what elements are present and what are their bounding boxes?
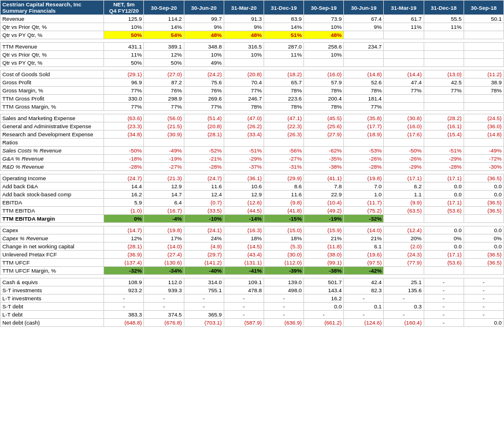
table-cell: 14% (264, 23, 303, 31)
table-cell: -28% (104, 163, 144, 171)
table-cell: 10.6 (224, 183, 264, 191)
table-cell: - (384, 295, 424, 303)
row-label: L-T debt (1, 311, 104, 319)
table-cell (384, 51, 424, 59)
table-cell: (12.4) (384, 226, 424, 234)
table-cell: (47.0) (224, 114, 264, 122)
table-cell: 42.4 (344, 278, 384, 286)
table-cell: 50.1 (464, 15, 503, 23)
row-label: TTM Revenue (1, 43, 104, 51)
table-cell: 11.6 (184, 183, 224, 191)
table-cell: (75.2) (344, 207, 384, 215)
table-cell: - (424, 303, 464, 311)
table-cell (304, 59, 344, 67)
table-cell: 22.9 (304, 191, 344, 199)
table-cell: 77% (424, 87, 464, 95)
table-cell: (27.0) (144, 70, 184, 79)
table-cell: 21% (344, 234, 384, 243)
table-cell: (11.8) (304, 243, 344, 251)
row-label: Revenue (1, 15, 104, 23)
table-cell: 5.9 (104, 199, 144, 207)
row-label: Ratios (1, 139, 104, 147)
table-cell: 0.3 (384, 303, 424, 311)
table-cell (464, 267, 503, 275)
table-cell: 77% (344, 103, 384, 111)
table-cell: -27% (264, 155, 303, 163)
table-cell: (53.6) (424, 207, 464, 215)
col-dec-18: 31-Dec-18 (424, 1, 464, 15)
row-label: TTM UFCF Margin, % (1, 267, 104, 275)
table-cell (104, 139, 144, 147)
table-cell: (14.8) (344, 70, 384, 79)
table-cell: 0% (424, 234, 464, 243)
table-cell: (19.8) (144, 226, 184, 234)
table-cell: 10% (304, 51, 344, 59)
table-cell: 78% (304, 87, 344, 95)
col-mar-20: 31-Mar-20 (224, 1, 264, 15)
row-label: General and Administrative Expense (1, 122, 104, 131)
table-cell: 87.2 (144, 79, 184, 87)
table-cell: 14% (144, 23, 184, 31)
row-label: TTM UFCF (1, 259, 104, 267)
table-cell: - (224, 311, 264, 319)
table-cell: -14% (224, 215, 264, 223)
table-cell: (41.8) (264, 207, 303, 215)
table-cell: 923.2 (104, 286, 144, 295)
table-cell: (33.4) (224, 131, 264, 139)
table-cell (384, 103, 424, 111)
table-cell: 73.9 (304, 15, 344, 23)
table-cell: (2.0) (384, 243, 424, 251)
table-cell: (29.1) (104, 70, 144, 79)
table-cell: 431.1 (104, 43, 144, 51)
table-cell: 8.6 (264, 183, 303, 191)
table-cell: - (144, 303, 184, 311)
table-cell: 17% (144, 234, 184, 243)
table-cell: -18% (104, 155, 144, 163)
table-cell: (17.6) (384, 131, 424, 139)
table-cell: 12% (144, 51, 184, 59)
col-sep-20: 30-Sep-20 (144, 1, 184, 15)
table-cell: (47.1) (264, 114, 303, 122)
table-cell: -29% (384, 163, 424, 171)
table-cell: 78% (264, 103, 303, 111)
table-cell: (36.5) (464, 251, 503, 259)
table-cell: (21.3) (144, 174, 184, 183)
table-cell (384, 43, 424, 51)
table-cell: (11.2) (464, 70, 503, 79)
table-cell: 82.3 (344, 286, 384, 295)
table-cell: 0.0 (464, 243, 503, 251)
table-cell: (16.0) (304, 70, 344, 79)
table-cell: 14.4 (104, 183, 144, 191)
table-cell: 78% (304, 103, 344, 111)
table-cell: (19.8) (344, 174, 384, 183)
table-cell (464, 139, 503, 147)
table-cell: - (344, 295, 384, 303)
table-cell: 108.9 (104, 278, 144, 286)
table-cell: -28% (344, 163, 384, 171)
row-label: Net debt (cash) (1, 319, 104, 327)
table-cell: - (424, 295, 464, 303)
table-cell: -26% (384, 155, 424, 163)
table-cell (464, 59, 503, 67)
row-label: TTM Gross Profit (1, 95, 104, 103)
table-cell: (28.1) (184, 131, 224, 139)
table-cell: 10% (224, 51, 264, 59)
table-cell: - (464, 303, 503, 311)
row-label: R&D % Revenue (1, 163, 104, 171)
table-cell (384, 59, 424, 67)
table-cell (144, 139, 184, 147)
table-cell: 498.0 (264, 286, 303, 295)
table-cell: (23.3) (104, 122, 144, 131)
table-cell (344, 31, 384, 39)
table-cell: (16.0) (384, 122, 424, 131)
table-cell (424, 267, 464, 275)
table-cell: (53.6) (424, 259, 464, 267)
table-cell: (36.5) (464, 259, 503, 267)
table-cell: (30.0) (264, 251, 303, 259)
table-cell: (16.7) (144, 207, 184, 215)
table-cell: 365.9 (184, 311, 224, 319)
table-cell: -27% (144, 163, 184, 171)
table-cell: (25.6) (304, 122, 344, 131)
table-cell: -15% (264, 215, 303, 223)
table-cell (424, 59, 464, 67)
